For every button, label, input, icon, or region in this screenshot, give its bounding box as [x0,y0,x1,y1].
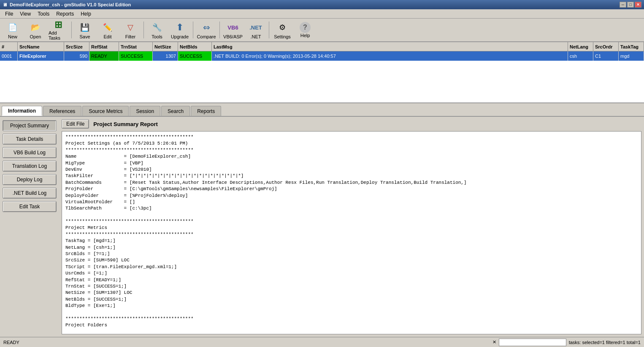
toolbar-separator-5 [269,22,269,38]
cell-netsize: 1307 [153,51,178,61]
edit-button[interactable]: ✏️ Edit [97,19,119,40]
cell-netblds: SUCCESS [178,51,212,61]
cell-num: 0001 [0,51,18,61]
bottom-panel: Information References Source Metrics Se… [0,103,644,337]
title-bar: 🖥 DemoFileExplorer_csh - gmStudio V1.0 S… [0,0,644,9]
vb6asp-button[interactable]: VB6 VB6/ASP [222,19,244,40]
cell-lastmsg: .NET BUILD: 0 Error(s); 0 Warning(s); 20… [212,51,568,61]
minimize-button[interactable]: ─ [620,2,626,8]
vb6asp-icon: VB6 [226,21,240,34]
add-tasks-icon: ⊞ [51,19,65,30]
menu-view[interactable]: View [16,9,34,18]
content-area: Project Summary Task Details VB6 Build L… [0,117,644,337]
col-header-lastmsg: LastMsg [212,42,568,51]
col-header-netblds: NetBlds [178,42,212,51]
tasks-info: tasks: selected=1 filtered=1 total=1 [569,340,641,345]
menu-tools[interactable]: Tools [34,9,53,18]
col-header-netlang: NetLang [568,42,593,51]
tab-references[interactable]: References [43,106,81,116]
upgrade-icon: ⬆ [173,21,187,34]
tab-bar: Information References Source Metrics Se… [0,103,644,117]
sidebar: Project Summary Task Details VB6 Build L… [0,117,59,337]
new-icon: 📄 [6,21,19,34]
help-icon: ? [300,22,311,33]
col-header-srcname: SrcName [18,42,64,51]
compare-button[interactable]: ⇔ Compare [195,19,217,40]
col-header-srcordr: SrcOrdr [593,42,619,51]
col-header-trnstat: TrnStat [119,42,153,51]
edit-file-button[interactable]: Edit File [62,119,89,129]
app-icon: 🖥 [3,2,7,7]
menu-file[interactable]: File [2,9,16,18]
save-icon: 💾 [78,21,92,34]
toolbar-separator-1 [71,22,72,38]
tab-search[interactable]: Search [161,106,190,116]
cell-refstat: READY [89,51,119,61]
project-summary-button[interactable]: Project Summary [3,120,57,131]
status-text: READY [3,340,19,345]
tab-reports[interactable]: Reports [191,106,221,116]
cell-srcordr: C1 [593,51,619,61]
help-button[interactable]: ? Help [294,19,316,40]
filter-button[interactable]: ▽ Filter [119,19,141,40]
cell-srcsize: 590 [64,51,89,61]
report-content-area[interactable]: ****************************************… [62,131,641,334]
menu-bar: File View Tools Reports Help [0,9,644,19]
col-header-srcsize: SrcSize [64,42,89,51]
upgrade-button[interactable]: ⬆ Upgrade [169,19,191,40]
edit-file-bar: Edit File Project Summary Report [62,119,641,129]
toolbar-separator-4 [219,22,220,38]
col-header-tasktag: TaskTag [619,42,644,51]
net-button[interactable]: .NET .NET [245,19,267,40]
grid-header: # SrcName SrcSize RefStat TrnStat NetSiz… [0,42,644,51]
tab-source-metrics[interactable]: Source Metrics [82,106,129,116]
maximize-button[interactable]: □ [627,2,634,8]
toolbar: 📄 New 📂 Open ⊞ Add Tasks 💾 Save ✏️ Edit … [0,19,644,42]
tools-icon: 🔧 [150,21,164,34]
net-build-log-button[interactable]: .NET Build Log [3,188,57,199]
status-search-input[interactable] [499,339,566,346]
window-title: DemoFileExplorer_csh - gmStudio V1.0 Spe… [10,2,131,7]
vb6-build-log-button[interactable]: VB6 Build Log [3,147,57,158]
add-tasks-button[interactable]: ⊞ Add Tasks [47,19,69,40]
menu-help[interactable]: Help [77,9,95,18]
menu-reports[interactable]: Reports [53,9,77,18]
col-header-num: # [0,42,18,51]
task-details-button[interactable]: Task Details [3,134,57,145]
settings-icon: ⚙ [276,21,289,34]
report-title: Project Summary Report [93,121,157,127]
translation-log-button[interactable]: Translation Log [3,161,57,172]
col-header-refstat: RefStat [89,42,119,51]
filter-icon: ▽ [124,21,137,34]
cell-netlang: csh [568,51,593,61]
toolbar-separator-2 [143,22,144,38]
tab-information[interactable]: Information [2,106,42,116]
new-button[interactable]: 📄 New [2,19,24,40]
tab-session[interactable]: Session [130,106,160,116]
close-button[interactable]: ✕ [635,2,641,8]
edit-task-button[interactable]: Edit Task [3,201,57,212]
edit-icon: ✏️ [101,21,114,34]
clear-search-icon[interactable]: ✕ [492,339,496,345]
grid-area: # SrcName SrcSize RefStat TrnStat NetSiz… [0,42,644,103]
save-button[interactable]: 💾 Save [74,19,96,40]
open-icon: 📂 [29,21,42,34]
status-right: ✕ tasks: selected=1 filtered=1 total=1 [492,339,641,346]
toolbar-separator-3 [193,22,193,38]
net-icon: .NET [249,21,262,34]
cell-tasktag: mgd [619,51,644,61]
col-header-netsize: NetSize [153,42,178,51]
main-content: Edit File Project Summary Report *******… [59,117,644,337]
open-button[interactable]: 📂 Open [24,19,46,40]
deploy-log-button[interactable]: Deploy Log [3,174,57,185]
compare-icon: ⇔ [200,21,213,34]
cell-srcname: FileExplorer [18,51,64,61]
tools-button[interactable]: 🔧 Tools [146,19,168,40]
table-row[interactable]: 0001 FileExplorer 590 READY SUCCESS 1307… [0,51,644,61]
settings-button[interactable]: ⚙ Settings [271,19,293,40]
status-bar: READY ✕ tasks: selected=1 filtered=1 tot… [0,337,644,347]
cell-trnstat: SUCCESS [119,51,153,61]
